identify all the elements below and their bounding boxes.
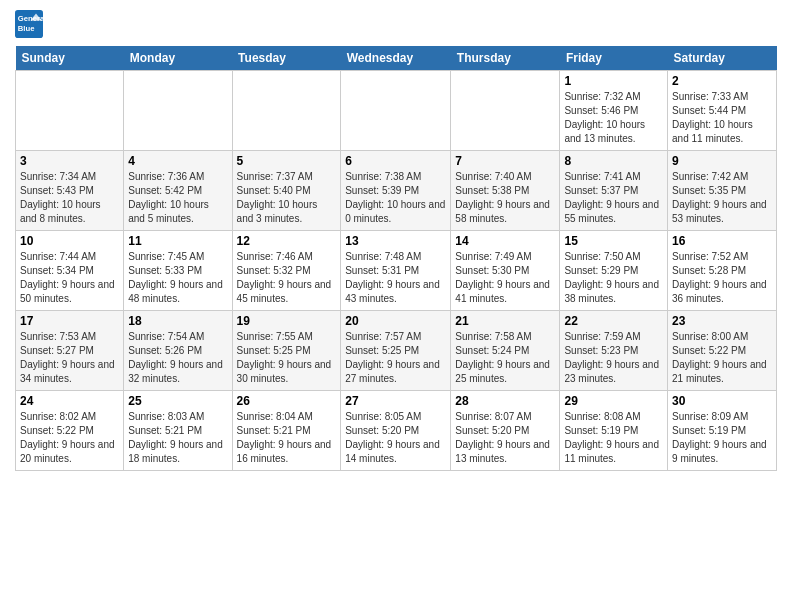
day-info: Sunrise: 8:00 AM Sunset: 5:22 PM Dayligh… — [672, 330, 772, 386]
header: General Blue — [15, 10, 777, 38]
calendar-cell — [124, 71, 232, 151]
day-info: Sunrise: 8:03 AM Sunset: 5:21 PM Dayligh… — [128, 410, 227, 466]
day-info: Sunrise: 7:58 AM Sunset: 5:24 PM Dayligh… — [455, 330, 555, 386]
day-info: Sunrise: 7:46 AM Sunset: 5:32 PM Dayligh… — [237, 250, 337, 306]
day-info: Sunrise: 8:07 AM Sunset: 5:20 PM Dayligh… — [455, 410, 555, 466]
day-number: 20 — [345, 314, 446, 328]
day-number: 1 — [564, 74, 663, 88]
calendar-week-row: 1Sunrise: 7:32 AM Sunset: 5:46 PM Daylig… — [16, 71, 777, 151]
day-info: Sunrise: 7:50 AM Sunset: 5:29 PM Dayligh… — [564, 250, 663, 306]
day-info: Sunrise: 7:41 AM Sunset: 5:37 PM Dayligh… — [564, 170, 663, 226]
day-info: Sunrise: 7:44 AM Sunset: 5:34 PM Dayligh… — [20, 250, 119, 306]
calendar-cell — [451, 71, 560, 151]
calendar-cell — [341, 71, 451, 151]
calendar-cell: 17Sunrise: 7:53 AM Sunset: 5:27 PM Dayli… — [16, 311, 124, 391]
weekday-header-saturday: Saturday — [668, 46, 777, 71]
day-info: Sunrise: 8:02 AM Sunset: 5:22 PM Dayligh… — [20, 410, 119, 466]
calendar-cell: 9Sunrise: 7:42 AM Sunset: 5:35 PM Daylig… — [668, 151, 777, 231]
calendar-cell: 8Sunrise: 7:41 AM Sunset: 5:37 PM Daylig… — [560, 151, 668, 231]
calendar-cell: 3Sunrise: 7:34 AM Sunset: 5:43 PM Daylig… — [16, 151, 124, 231]
weekday-header-wednesday: Wednesday — [341, 46, 451, 71]
weekday-header-tuesday: Tuesday — [232, 46, 341, 71]
day-info: Sunrise: 7:59 AM Sunset: 5:23 PM Dayligh… — [564, 330, 663, 386]
calendar-cell: 22Sunrise: 7:59 AM Sunset: 5:23 PM Dayli… — [560, 311, 668, 391]
calendar-cell: 12Sunrise: 7:46 AM Sunset: 5:32 PM Dayli… — [232, 231, 341, 311]
calendar-cell: 11Sunrise: 7:45 AM Sunset: 5:33 PM Dayli… — [124, 231, 232, 311]
calendar-cell: 13Sunrise: 7:48 AM Sunset: 5:31 PM Dayli… — [341, 231, 451, 311]
calendar-cell: 28Sunrise: 8:07 AM Sunset: 5:20 PM Dayli… — [451, 391, 560, 471]
weekday-header-friday: Friday — [560, 46, 668, 71]
day-number: 14 — [455, 234, 555, 248]
day-number: 23 — [672, 314, 772, 328]
calendar-table: SundayMondayTuesdayWednesdayThursdayFrid… — [15, 46, 777, 471]
calendar-week-row: 24Sunrise: 8:02 AM Sunset: 5:22 PM Dayli… — [16, 391, 777, 471]
svg-text:Blue: Blue — [18, 24, 35, 33]
calendar-week-row: 3Sunrise: 7:34 AM Sunset: 5:43 PM Daylig… — [16, 151, 777, 231]
day-info: Sunrise: 7:38 AM Sunset: 5:39 PM Dayligh… — [345, 170, 446, 226]
day-info: Sunrise: 8:05 AM Sunset: 5:20 PM Dayligh… — [345, 410, 446, 466]
calendar-cell: 10Sunrise: 7:44 AM Sunset: 5:34 PM Dayli… — [16, 231, 124, 311]
weekday-header-sunday: Sunday — [16, 46, 124, 71]
day-number: 22 — [564, 314, 663, 328]
day-info: Sunrise: 7:52 AM Sunset: 5:28 PM Dayligh… — [672, 250, 772, 306]
day-info: Sunrise: 7:57 AM Sunset: 5:25 PM Dayligh… — [345, 330, 446, 386]
logo: General Blue — [15, 10, 47, 38]
day-number: 12 — [237, 234, 337, 248]
day-number: 21 — [455, 314, 555, 328]
calendar-cell: 6Sunrise: 7:38 AM Sunset: 5:39 PM Daylig… — [341, 151, 451, 231]
calendar-cell: 14Sunrise: 7:49 AM Sunset: 5:30 PM Dayli… — [451, 231, 560, 311]
day-number: 10 — [20, 234, 119, 248]
day-number: 11 — [128, 234, 227, 248]
day-number: 16 — [672, 234, 772, 248]
day-info: Sunrise: 7:36 AM Sunset: 5:42 PM Dayligh… — [128, 170, 227, 226]
day-info: Sunrise: 7:55 AM Sunset: 5:25 PM Dayligh… — [237, 330, 337, 386]
day-number: 9 — [672, 154, 772, 168]
calendar-cell: 2Sunrise: 7:33 AM Sunset: 5:44 PM Daylig… — [668, 71, 777, 151]
day-info: Sunrise: 8:09 AM Sunset: 5:19 PM Dayligh… — [672, 410, 772, 466]
day-info: Sunrise: 8:04 AM Sunset: 5:21 PM Dayligh… — [237, 410, 337, 466]
calendar-page: General Blue SundayMondayTuesdayWednesda… — [0, 0, 792, 481]
calendar-cell — [232, 71, 341, 151]
day-number: 2 — [672, 74, 772, 88]
day-number: 26 — [237, 394, 337, 408]
calendar-cell: 7Sunrise: 7:40 AM Sunset: 5:38 PM Daylig… — [451, 151, 560, 231]
calendar-cell: 26Sunrise: 8:04 AM Sunset: 5:21 PM Dayli… — [232, 391, 341, 471]
day-number: 7 — [455, 154, 555, 168]
day-info: Sunrise: 7:42 AM Sunset: 5:35 PM Dayligh… — [672, 170, 772, 226]
day-number: 5 — [237, 154, 337, 168]
day-number: 27 — [345, 394, 446, 408]
calendar-cell: 24Sunrise: 8:02 AM Sunset: 5:22 PM Dayli… — [16, 391, 124, 471]
calendar-cell: 23Sunrise: 8:00 AM Sunset: 5:22 PM Dayli… — [668, 311, 777, 391]
day-number: 28 — [455, 394, 555, 408]
day-number: 25 — [128, 394, 227, 408]
day-number: 18 — [128, 314, 227, 328]
calendar-week-row: 10Sunrise: 7:44 AM Sunset: 5:34 PM Dayli… — [16, 231, 777, 311]
logo-icon: General Blue — [15, 10, 43, 38]
day-number: 3 — [20, 154, 119, 168]
day-number: 29 — [564, 394, 663, 408]
day-number: 15 — [564, 234, 663, 248]
day-info: Sunrise: 7:54 AM Sunset: 5:26 PM Dayligh… — [128, 330, 227, 386]
day-number: 8 — [564, 154, 663, 168]
calendar-cell: 18Sunrise: 7:54 AM Sunset: 5:26 PM Dayli… — [124, 311, 232, 391]
calendar-cell: 25Sunrise: 8:03 AM Sunset: 5:21 PM Dayli… — [124, 391, 232, 471]
day-number: 13 — [345, 234, 446, 248]
weekday-header-thursday: Thursday — [451, 46, 560, 71]
day-number: 24 — [20, 394, 119, 408]
calendar-cell — [16, 71, 124, 151]
day-info: Sunrise: 7:45 AM Sunset: 5:33 PM Dayligh… — [128, 250, 227, 306]
day-info: Sunrise: 7:49 AM Sunset: 5:30 PM Dayligh… — [455, 250, 555, 306]
day-info: Sunrise: 7:32 AM Sunset: 5:46 PM Dayligh… — [564, 90, 663, 146]
calendar-cell: 5Sunrise: 7:37 AM Sunset: 5:40 PM Daylig… — [232, 151, 341, 231]
day-info: Sunrise: 7:34 AM Sunset: 5:43 PM Dayligh… — [20, 170, 119, 226]
calendar-cell: 15Sunrise: 7:50 AM Sunset: 5:29 PM Dayli… — [560, 231, 668, 311]
day-info: Sunrise: 8:08 AM Sunset: 5:19 PM Dayligh… — [564, 410, 663, 466]
calendar-cell: 29Sunrise: 8:08 AM Sunset: 5:19 PM Dayli… — [560, 391, 668, 471]
calendar-cell: 20Sunrise: 7:57 AM Sunset: 5:25 PM Dayli… — [341, 311, 451, 391]
day-info: Sunrise: 7:40 AM Sunset: 5:38 PM Dayligh… — [455, 170, 555, 226]
day-number: 19 — [237, 314, 337, 328]
day-number: 6 — [345, 154, 446, 168]
day-info: Sunrise: 7:48 AM Sunset: 5:31 PM Dayligh… — [345, 250, 446, 306]
calendar-cell: 19Sunrise: 7:55 AM Sunset: 5:25 PM Dayli… — [232, 311, 341, 391]
calendar-week-row: 17Sunrise: 7:53 AM Sunset: 5:27 PM Dayli… — [16, 311, 777, 391]
